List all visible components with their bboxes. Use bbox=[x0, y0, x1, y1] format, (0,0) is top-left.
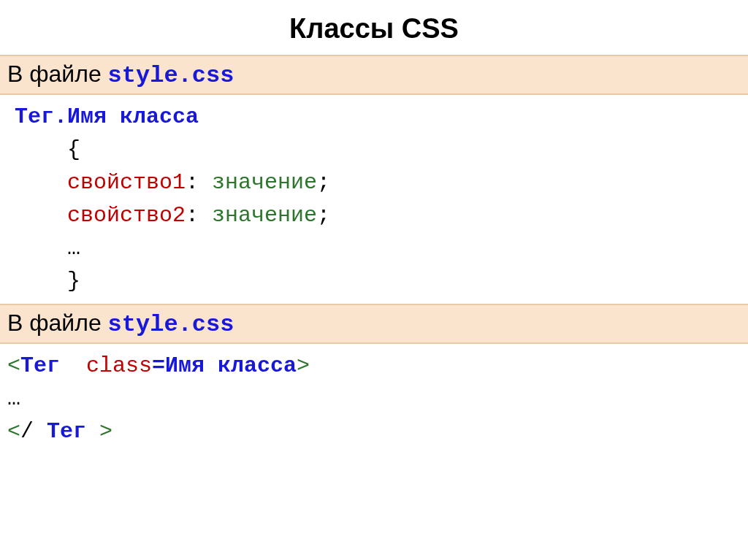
open-tag-line: <Тег class=Имя класса> bbox=[7, 350, 733, 383]
tag-open: Тег bbox=[20, 353, 86, 378]
prop1-line: свойство1: значение; bbox=[15, 166, 733, 199]
prop1-val: значение bbox=[199, 170, 317, 195]
selector-line: Тег.Имя класса bbox=[15, 101, 733, 134]
colon2: : bbox=[186, 203, 199, 228]
section-header-1: В файле style.css bbox=[0, 55, 748, 95]
section2-filename: style.css bbox=[108, 311, 234, 338]
colon1: : bbox=[186, 170, 199, 195]
code-block-2: <Тег class=Имя класса> … </ Тег > bbox=[0, 344, 748, 454]
section1-prefix: В файле bbox=[7, 61, 108, 87]
code-block-1: Тег.Имя класса { свойство1: значение; св… bbox=[0, 95, 748, 304]
prop2-name: свойство2 bbox=[67, 203, 186, 228]
selector-text: Тег.Имя класса bbox=[15, 104, 199, 129]
lt2: < bbox=[7, 419, 20, 444]
semi2: ; bbox=[317, 203, 330, 228]
close-tag-name: Тег bbox=[34, 419, 99, 444]
indent1 bbox=[15, 170, 67, 195]
open-brace-line: { bbox=[15, 134, 733, 166]
gt2: > bbox=[99, 419, 112, 444]
close-tag-line: </ Тег > bbox=[7, 415, 733, 448]
prop1-name: свойство1 bbox=[67, 170, 186, 195]
gt1: > bbox=[297, 353, 310, 378]
eq-val: =Имя класса bbox=[152, 353, 297, 378]
section2-prefix: В файле bbox=[7, 310, 108, 336]
ellipsis-line-1: … bbox=[15, 232, 733, 265]
page-title: Классы CSS bbox=[0, 0, 748, 55]
section-header-2: В файле style.css bbox=[0, 304, 748, 344]
close-slash: / bbox=[20, 419, 34, 444]
semi1: ; bbox=[317, 170, 330, 195]
section1-filename: style.css bbox=[108, 62, 234, 89]
prop2-line: свойство2: значение; bbox=[15, 199, 733, 232]
attr-name: class bbox=[86, 353, 152, 378]
prop2-val: значение bbox=[199, 203, 317, 228]
indent2 bbox=[15, 203, 67, 228]
lt1: < bbox=[7, 353, 20, 378]
close-brace-line: } bbox=[15, 265, 733, 298]
ellipsis-line-2: … bbox=[7, 383, 733, 415]
